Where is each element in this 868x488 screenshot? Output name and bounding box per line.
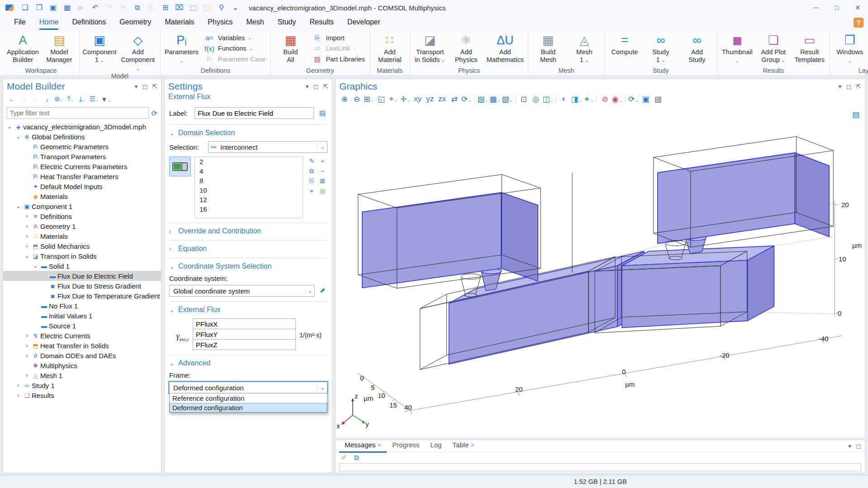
help-button[interactable]: ? <box>854 18 863 28</box>
new-file-button[interactable]: ❏ <box>18 0 32 15</box>
chevron-down-icon[interactable]: ⌄ <box>318 144 327 150</box>
clear-plot-button[interactable]: ⊘ <box>599 95 611 104</box>
menu-tab[interactable]: Physics <box>201 15 239 30</box>
flux-expression-input[interactable] <box>193 339 296 350</box>
zoom-selected-button[interactable]: ◎ <box>530 95 542 104</box>
tree-item-geometry-1[interactable]: › A Geometry 1 <box>3 221 161 231</box>
selection-entity[interactable]: 12 <box>195 195 303 204</box>
chevron-icon[interactable]: ⌄ <box>6 123 14 130</box>
chevron-icon[interactable]: › <box>23 223 31 229</box>
component-1-button[interactable]: ▣ Component 1 <box>81 30 118 72</box>
animation-button[interactable]: ▧ <box>501 95 513 104</box>
add-material-button[interactable]: ∷ Add Material <box>372 30 408 67</box>
tree-item-source-1[interactable]: ▬ Source 1 <box>3 321 161 331</box>
expand-button[interactable]: ⤒ <box>66 95 76 103</box>
go-to-default-view-button[interactable]: ⌖ <box>387 95 399 104</box>
mesh-1-button[interactable]: ◬ Mesh 1 <box>566 30 602 67</box>
zoom-in-button[interactable]: ⊕ <box>338 95 351 104</box>
chevron-icon[interactable]: ⌄ <box>14 203 22 209</box>
menu-tab[interactable]: Geometry <box>113 15 158 30</box>
preferences-button[interactable]: ⟳ <box>627 95 640 104</box>
build-all-button[interactable]: ▦ Build All <box>272 30 308 67</box>
tab-log[interactable]: Log <box>425 440 447 451</box>
selection-combobox[interactable]: ⚯ Interconnect ⌄ <box>208 141 327 153</box>
remove-from-selection-button[interactable]: − <box>318 167 327 176</box>
scene-appearance-button[interactable]: ▤ <box>477 95 489 104</box>
tab-table[interactable]: Table <box>447 440 480 451</box>
select-box-button[interactable]: ⊡ <box>517 95 530 104</box>
tree-item-default-model-inputs[interactable]: ✦ Default Model Inputs <box>3 181 161 191</box>
chevron-icon[interactable]: › <box>14 392 22 398</box>
add-mathematics-button[interactable]: ΔU Add Mathematics <box>484 30 526 67</box>
variables-button[interactable]: a= Variables <box>204 33 266 43</box>
tab-messages[interactable]: Messages <box>339 440 387 453</box>
panel-float-icon[interactable]: ◻ <box>313 83 319 90</box>
delete-button[interactable]: ⌧ <box>172 0 186 15</box>
build-mesh-button[interactable]: ▦ Build Mesh <box>530 30 566 67</box>
tree-item-solid-1[interactable]: ⌄ ▬ Solid 1 <box>3 261 161 271</box>
move-down-button[interactable]: ↓ <box>42 95 52 103</box>
compute-button[interactable]: = Compute <box>607 30 643 67</box>
copy-selection-button[interactable]: ⧉ <box>307 167 317 176</box>
add-to-selection-button[interactable]: ＋ <box>318 157 327 166</box>
panel-float-icon[interactable]: ◻ <box>142 83 148 90</box>
filter-button[interactable]: ▼ <box>101 95 111 103</box>
rotate-view-button[interactable]: ⟳ <box>460 95 473 104</box>
zoom-to-selection-button[interactable]: ⌖ <box>307 187 317 196</box>
paste-button[interactable]: ⎘ <box>144 0 158 15</box>
chevron-down-icon[interactable]: ⌄ <box>318 385 327 391</box>
menu-tab[interactable]: Developer <box>341 15 387 30</box>
panel-pin-icon[interactable]: ⇱ <box>323 83 328 90</box>
go-forward-button[interactable]: → <box>19 95 28 103</box>
tree-item-component-1[interactable]: ⌄ ▣ Component 1 <box>3 201 161 211</box>
tree-item-initial-values-1[interactable]: ▬ Initial Values 1 <box>3 311 161 321</box>
chevron-icon[interactable]: › <box>23 213 31 219</box>
menu-tab[interactable]: Results <box>303 15 341 30</box>
maximize-button[interactable]: □ <box>826 0 847 15</box>
tree-item-heat-transfer-in-solids[interactable]: › ⬒ Heat Transfer in Solids <box>3 341 161 351</box>
zoom-extents-button[interactable]: ◱ <box>375 95 387 104</box>
frame-combobox[interactable]: Deformed configuration ⌄ <box>169 382 327 393</box>
print-button[interactable]: ▤ <box>652 95 664 104</box>
tree-item-flux-electric-field[interactable]: ▬ Flux Due to Electric Field <box>3 271 161 281</box>
panel-float-icon[interactable]: ◻ <box>856 442 861 450</box>
view-along-axis-button[interactable]: ✛ <box>399 95 412 104</box>
selection-entity[interactable]: 8 <box>195 176 303 185</box>
view-yz-button[interactable]: yz <box>424 95 436 104</box>
model-manager-button[interactable]: ▤ Model Manager <box>41 30 77 67</box>
panel-float-icon[interactable]: ◻ <box>846 83 852 90</box>
clear-selection-button[interactable]: ⊠ <box>318 177 327 186</box>
tree-item-transport-parameters[interactable]: Pᵢ Transport Parameters <box>3 152 161 161</box>
wireframe-button[interactable]: ◨ <box>570 95 583 104</box>
view-xy-button[interactable]: xy <box>412 95 424 104</box>
active-toggle-button[interactable] <box>169 156 191 176</box>
cut-button[interactable]: ✂ <box>116 0 130 15</box>
add-study-button[interactable]: ∞ Add Study <box>679 30 715 67</box>
tree-item-results[interactable]: › ❏ Results <box>3 390 161 400</box>
tree-item-materials-global[interactable]: ◉ Materials <box>3 191 161 201</box>
tree-item-transport-in-solids[interactable]: ⌄ ◪ Transport in Solids <box>3 251 161 261</box>
flux-expression-input[interactable] <box>193 329 296 340</box>
panel-menu-icon[interactable]: ▾ <box>135 83 138 90</box>
functions-button[interactable]: f(x) Functions <box>204 44 266 53</box>
study-1-button[interactable]: ∞ Study 1 <box>643 30 679 67</box>
find-button[interactable]: ⚲ <box>214 0 228 15</box>
tree-item-electric-currents-parameters[interactable]: Pᵢ Electric Currents Parameters <box>3 161 161 171</box>
panel-pin-icon[interactable]: ⇱ <box>856 83 861 90</box>
chevron-icon[interactable]: › <box>23 352 31 359</box>
tree-item-solid-mechanics[interactable]: › ⬒ Solid Mechanics <box>3 241 161 251</box>
chevron-icon[interactable]: ⌄ <box>32 263 39 269</box>
save-button[interactable]: ▣ <box>46 0 60 15</box>
panel-pin-icon[interactable]: ⇱ <box>152 83 157 90</box>
application-builder-button[interactable]: A Application Builder <box>5 30 41 67</box>
chevron-icon[interactable]: › <box>23 332 31 339</box>
transport-in-solids-button[interactable]: ◪ Transport in Solids <box>412 30 448 67</box>
menu-tab[interactable]: Study <box>271 15 303 30</box>
move-up-button[interactable]: ↑ <box>30 95 40 103</box>
parameter-case-button[interactable]: Pᵢ Parameter Case <box>204 55 266 64</box>
add-physics-button[interactable]: ⚛ Add Physics <box>448 30 484 67</box>
selection-entity[interactable]: 4 <box>195 166 303 176</box>
parameters-button[interactable]: Pᵢ Parameters <box>162 30 201 67</box>
livelink-button[interactable]: ⇄ LiveLink <box>311 44 365 53</box>
selection-entity[interactable]: 16 <box>195 204 303 214</box>
